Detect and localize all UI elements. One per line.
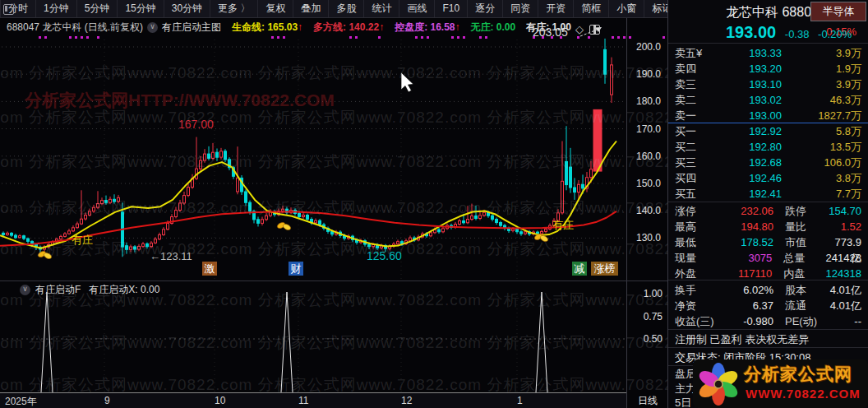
- stock-app-window: 分时 1分钟 5分钟 15分钟 30分钟 更多 〉 复权 叠加 多股 统计 画线: [0, 0, 868, 408]
- candle-body: [208, 154, 210, 158]
- time-axis[interactable]: 2025年91011121: [0, 392, 626, 408]
- candle-body: [520, 232, 523, 234]
- chart-right-border: [626, 18, 627, 408]
- order-book-row[interactable]: 买一 192.92 5.8万: [668, 123, 868, 139]
- level-label: 卖五¥: [675, 45, 718, 61]
- window-toggle-icon[interactable]: [0, 0, 1, 17]
- chevron-down-icon[interactable]: ∨: [20, 285, 30, 295]
- event-badge-label: 激: [205, 262, 215, 275]
- candle-body: [578, 184, 580, 192]
- order-book-row[interactable]: 买四 192.46 3.8万: [668, 170, 868, 186]
- order-book-row[interactable]: 卖三 193.10 3.9万: [668, 76, 868, 92]
- candle-body: [68, 231, 71, 234]
- indicator-value-chip: 多方线: 140.22↑: [313, 21, 384, 35]
- toolbar-item[interactable]: 画线: [399, 0, 435, 17]
- candle-body: [459, 221, 461, 225]
- stat-row: 换手 6.02% 股本 4.01亿: [668, 282, 868, 298]
- candle-body: [126, 246, 128, 250]
- time-axis-label: 11: [298, 395, 308, 406]
- stat-row: 最高 194.80 量比 1.52: [668, 219, 868, 234]
- candle-body: [163, 230, 165, 235]
- candle-body: [430, 233, 432, 236]
- toolbar-item[interactable]: 复权: [258, 0, 293, 17]
- candle-body: [97, 204, 99, 208]
- level-label: 买五: [675, 186, 718, 202]
- toolbar-item[interactable]: 15分钟: [118, 0, 164, 17]
- sector-tab[interactable]: 半导体: [810, 2, 866, 21]
- toolbar-item[interactable]: 叠加: [293, 0, 329, 17]
- level-label: 卖四: [675, 61, 718, 76]
- candle-body: [467, 220, 469, 223]
- toolbar-item[interactable]: 30分钟: [164, 0, 210, 17]
- chart-corner-icons: ◇: [575, 23, 600, 35]
- period-label: 日线: [630, 394, 666, 408]
- chevron-down-icon[interactable]: ∨: [147, 22, 158, 33]
- level-volume: 46.3万: [782, 92, 861, 108]
- order-book-row[interactable]: 买二 192.80 13.5万: [668, 139, 868, 155]
- order-book-row[interactable]: 买三 192.68 106.0万: [668, 155, 868, 170]
- candle-body: [261, 220, 264, 224]
- toolbar-item[interactable]: 同资: [503, 0, 538, 17]
- toolbar-item[interactable]: 5分钟: [77, 0, 118, 17]
- candle-body: [397, 242, 399, 244]
- candle-body: [479, 216, 482, 219]
- split-window-icon[interactable]: [589, 25, 600, 35]
- candle-body: [307, 216, 309, 220]
- candle-body: [315, 220, 317, 223]
- toolbar-item[interactable]: 开资: [538, 0, 574, 17]
- candle-body: [561, 181, 564, 212]
- last-price: 193.00: [726, 23, 776, 41]
- stat-row: 收益(三) -0.980 PE(动) --: [668, 313, 868, 329]
- level-label: 卖一: [675, 108, 718, 123]
- toolbar-item[interactable]: 简框: [574, 0, 609, 17]
- candle-body: [187, 188, 190, 196]
- indicator-title: 有庄启动主图: [162, 21, 221, 35]
- signal-spike: [536, 292, 547, 392]
- level-price: 192.80: [718, 139, 782, 155]
- order-book-row[interactable]: 卖二 193.02 46.3万: [668, 92, 868, 108]
- toolbar-item[interactable]: 统计: [364, 0, 399, 17]
- candle-body: [298, 214, 301, 217]
- magenta-dot: [663, 36, 665, 39]
- price-axis-label: 150.0: [623, 178, 661, 189]
- candle-body: [155, 239, 157, 243]
- time-axis-label: 2025年: [5, 395, 37, 408]
- up-arrow-glyph: ↑: [298, 21, 302, 33]
- candle-body: [138, 246, 141, 249]
- candle-body: [512, 229, 515, 230]
- order-book-row[interactable]: 卖四 193.20 1.9万: [668, 61, 868, 76]
- candle-body: [409, 238, 412, 241]
- order-book-row[interactable]: 卖五¥ 193.33 3.9万: [668, 45, 868, 61]
- level-label: 卖三: [675, 76, 718, 92]
- toolbar-item[interactable]: F10: [435, 0, 468, 17]
- toolbar-item[interactable]: 1分钟: [36, 0, 77, 17]
- mouse-cursor: [401, 72, 413, 92]
- candle-body: [516, 229, 519, 231]
- candle-body: [245, 192, 247, 202]
- chart-annotation: 有庄: [552, 219, 574, 231]
- stat-row-partial: 5日: [675, 396, 691, 408]
- butterfly-marker: [37, 250, 53, 260]
- sub-indicator-header: ∨ 有庄启动F 有庄启动X: 0.00: [0, 283, 159, 296]
- candle-body: [220, 151, 223, 157]
- candle-body: [179, 203, 182, 211]
- candle-body: [19, 236, 21, 238]
- site-logo[interactable]: 分析家公式网 WWW.70822.COM: [693, 359, 868, 408]
- candle-body: [265, 216, 268, 220]
- candle-body: [23, 236, 25, 239]
- signal-spike: [41, 292, 53, 392]
- level-volume: 3.8万: [782, 170, 861, 186]
- diamond-icon[interactable]: ◇: [575, 23, 584, 35]
- sub-indicator-value: 有庄启动X: 0.00: [89, 283, 159, 297]
- toolbar-item[interactable]: 逐分: [468, 0, 503, 17]
- order-book-row[interactable]: 买五 192.41 7.7万: [668, 186, 868, 202]
- toolbar-item[interactable]: 小窗: [609, 0, 644, 17]
- time-axis-label: 10: [215, 395, 225, 406]
- chart-annotation: 167.00: [178, 118, 214, 131]
- toolbar-item[interactable]: 更多 〉: [210, 0, 258, 17]
- toolbar-item[interactable]: 多股: [329, 0, 364, 17]
- event-badge-label: 涨榜: [594, 262, 616, 275]
- candle-body: [11, 233, 13, 235]
- order-book-row[interactable]: 卖一 193.00 1827.7万: [668, 108, 868, 123]
- level-volume: 106.0万: [782, 155, 861, 170]
